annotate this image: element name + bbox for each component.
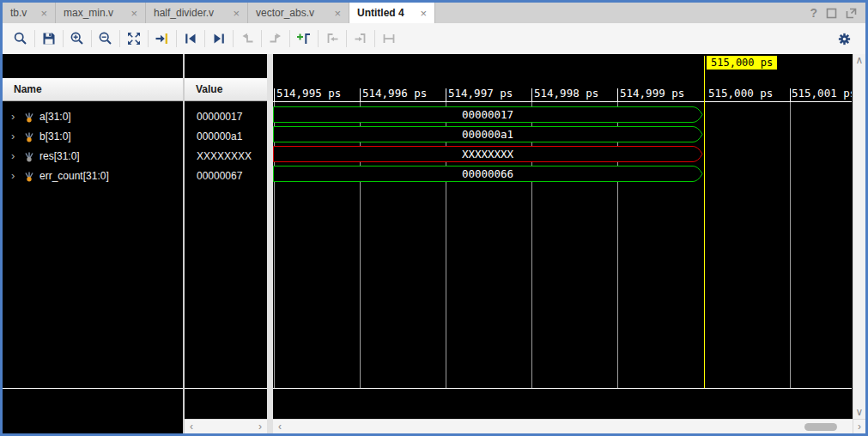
signal-row-a[interactable]: › a[31:0] <box>3 106 183 126</box>
toolbar-separator <box>318 30 319 47</box>
swap-cursors-button[interactable] <box>378 27 400 50</box>
signal-value: 00000067 <box>197 170 242 182</box>
signal-row-res[interactable]: › res[31:0] <box>3 146 183 166</box>
value-row-b[interactable]: 000000a1 <box>185 126 267 146</box>
expand-chevron-icon[interactable]: › <box>11 130 22 142</box>
cursor-time-label[interactable]: 515,000 ps <box>707 56 777 70</box>
zoom-to-cursor-button[interactable] <box>151 27 173 50</box>
toolbar-separator <box>204 30 205 47</box>
signal-value: 00000017 <box>197 111 242 123</box>
previous-marker-icon <box>325 31 340 46</box>
panel-separator-line <box>3 388 183 389</box>
toolbar-separator <box>289 30 290 47</box>
tab-label: tb.v <box>10 7 27 19</box>
maximize-icon[interactable] <box>826 8 837 19</box>
tab-vector-abs-v[interactable]: vector_abs.v × <box>248 3 349 23</box>
previous-marker-button[interactable] <box>321 27 343 50</box>
go-to-time-0-button[interactable] <box>179 27 202 50</box>
scroll-down-icon[interactable]: ∨ <box>853 406 865 419</box>
close-icon[interactable]: × <box>233 7 240 20</box>
signal-name: b[31:0] <box>39 130 71 142</box>
scroll-left-icon[interactable]: ‹ <box>185 421 198 433</box>
next-marker-button[interactable] <box>349 27 372 50</box>
toolbar-separator <box>63 30 64 47</box>
signal-row-b[interactable]: › b[31:0] <box>3 126 183 146</box>
tab-half-divider-v[interactable]: half_divider.v × <box>146 3 248 23</box>
wave-hscrollbar[interactable]: ‹ <box>273 419 853 433</box>
tab-bar: tb.v × max_min.v × half_divider.v × vect… <box>3 3 865 23</box>
signal-name: err_count[31:0] <box>39 170 109 182</box>
value-row-res[interactable]: XXXXXXXX <box>185 146 267 166</box>
value-row-err-count[interactable]: 00000067 <box>185 166 267 185</box>
expand-chevron-icon[interactable]: › <box>11 169 22 182</box>
value-panel-hscrollbar[interactable]: ‹ › <box>185 419 267 433</box>
zoom-fit-icon <box>126 31 142 46</box>
swap-cursors-icon <box>381 31 397 46</box>
help-icon[interactable]: ? <box>810 6 817 20</box>
axis-tick-label: 515,001 ps <box>792 87 852 100</box>
tab-untitled-4[interactable]: Untitled 4 × <box>349 3 435 23</box>
wave-main-area: Name › a[31:0] › b[31:0 <box>3 54 865 433</box>
tab-label: max_min.v <box>64 7 113 19</box>
panel-wave-splitter[interactable] <box>267 54 273 433</box>
signal-name-list[interactable]: › a[31:0] › b[31:0] › <box>3 101 183 433</box>
bus-signal-icon <box>23 111 35 123</box>
toolbar-separator <box>346 30 347 47</box>
zoom-out-icon <box>98 31 113 46</box>
next-marker-icon <box>353 31 368 46</box>
close-icon[interactable]: × <box>334 7 341 20</box>
settings-button[interactable] <box>833 27 855 50</box>
signal-name-panel: Name › a[31:0] › b[31:0 <box>3 54 183 433</box>
zoom-in-icon <box>70 31 85 46</box>
bus-signal-icon-undefined <box>23 150 35 162</box>
wave-vscrollbar[interactable]: ∧ ∨ › <box>853 54 865 433</box>
toolbar-separator <box>233 30 234 47</box>
bus-value-b: 000000a1 <box>462 128 513 141</box>
axis-tick-label: 514,998 ps <box>534 87 598 100</box>
value-header-label: Value <box>196 83 222 95</box>
float-window-icon[interactable] <box>846 8 857 19</box>
bus-signal-icon <box>23 170 35 182</box>
previous-transition-button[interactable] <box>236 27 258 50</box>
zoom-in-button[interactable] <box>66 27 88 50</box>
expand-chevron-icon[interactable]: › <box>11 110 22 123</box>
scroll-thumb[interactable] <box>804 423 837 431</box>
scroll-right-icon[interactable]: › <box>853 419 865 433</box>
value-row-a[interactable]: 00000017 <box>185 106 267 126</box>
wave-canvas[interactable]: 515,000 ps <box>273 54 853 419</box>
signal-name: a[31:0] <box>39 111 71 123</box>
scroll-left-icon[interactable]: ‹ <box>273 421 287 433</box>
close-icon[interactable]: × <box>131 7 137 20</box>
waveform-plot: 514,995 ps 514,996 ps 514,997 ps 514,998… <box>273 54 852 419</box>
save-wave-config-button[interactable] <box>38 27 60 50</box>
add-marker-icon <box>296 31 312 46</box>
name-header-label: Name <box>14 83 42 95</box>
scroll-right-icon[interactable]: › <box>253 421 267 433</box>
zoom-fit-button[interactable] <box>123 27 145 50</box>
toolbar-separator <box>374 30 375 47</box>
toolbar-separator <box>261 30 262 47</box>
signal-row-err-count[interactable]: › err_count[31:0] <box>3 166 183 185</box>
next-transition-button[interactable] <box>264 27 287 50</box>
name-column-header: Name <box>3 78 183 101</box>
tab-label: vector_abs.v <box>256 7 314 19</box>
go-to-end-icon <box>211 31 227 46</box>
toolbar-separator <box>34 30 35 47</box>
close-icon[interactable]: × <box>40 7 47 20</box>
find-button[interactable] <box>9 27 32 50</box>
waveform-window: tb.v × max_min.v × half_divider.v × vect… <box>0 0 868 436</box>
name-panel-top-strip <box>3 54 183 78</box>
tab-max-min-v[interactable]: max_min.v × <box>56 3 146 23</box>
zoom-to-cursor-icon <box>155 31 170 46</box>
scroll-track[interactable] <box>853 67 865 406</box>
add-marker-button[interactable] <box>293 27 315 50</box>
zoom-out-button[interactable] <box>94 27 117 50</box>
close-icon[interactable]: × <box>420 7 427 20</box>
expand-chevron-icon[interactable]: › <box>11 149 22 162</box>
toolbar-separator <box>119 30 120 47</box>
go-to-last-time-button[interactable] <box>208 27 230 50</box>
tab-tb-v[interactable]: tb.v × <box>3 3 56 23</box>
signal-value-list[interactable]: 00000017 000000a1 XXXXXXXX 00000067 <box>185 101 267 419</box>
axis-tick-label: 514,996 ps <box>362 87 427 100</box>
scroll-up-icon[interactable]: ∧ <box>853 54 865 67</box>
